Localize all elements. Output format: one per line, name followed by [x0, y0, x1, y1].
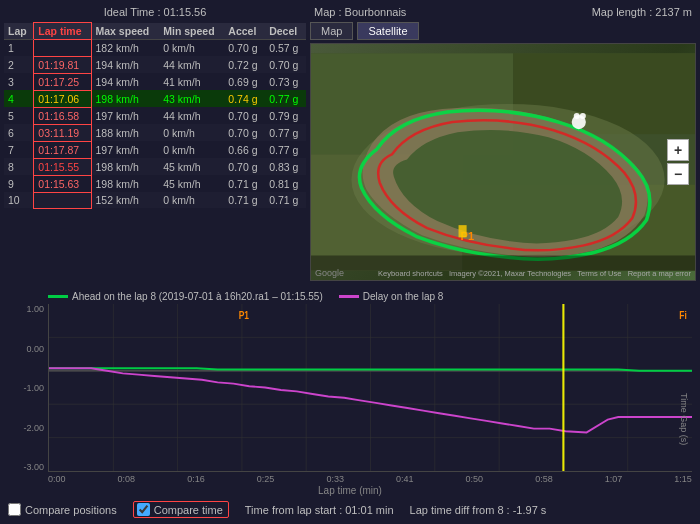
min_speed-cell: 45 km/h [159, 175, 224, 192]
min_speed-cell: 45 km/h [159, 158, 224, 175]
max_speed-cell: 194 km/h [91, 73, 159, 90]
accel-cell: 0.74 g [224, 90, 265, 107]
satellite-view: P1 Google Keyboard shortcuts Imagery ©20… [311, 44, 695, 280]
max_speed-cell: 152 km/h [91, 192, 159, 208]
lap-time-cell: 01:16.58 [34, 107, 91, 124]
decel-cell: 0.70 g [265, 56, 306, 73]
svg-text:P1: P1 [239, 310, 249, 322]
x-axis-tick: 0:00 [48, 474, 66, 484]
decel-cell: 0.77 g [265, 90, 306, 107]
lap-cell: 9 [4, 175, 34, 192]
legend-delay: Delay on the lap 8 [339, 291, 444, 302]
legend-ahead-color [48, 295, 68, 298]
accel-cell: 0.71 g [224, 192, 265, 208]
accel-cell: 0.70 g [224, 158, 265, 175]
table-row: 1182 km/h0 km/h0.70 g0.57 g [4, 40, 306, 57]
table-row: 901:15.63198 km/h45 km/h0.71 g0.81 g [4, 175, 306, 192]
x-axis-tick: 0:58 [535, 474, 553, 484]
x-axis-tick: 1:07 [605, 474, 623, 484]
lap-time-cell: 01:17.87 [34, 141, 91, 158]
chart-main: P1 Fi [48, 304, 692, 472]
accel-cell: 0.69 g [224, 73, 265, 90]
table-row: 201:19.81194 km/h44 km/h0.72 g0.70 g [4, 56, 306, 73]
accel-cell: 0.70 g [224, 107, 265, 124]
min_speed-cell: 0 km/h [159, 141, 224, 158]
y-label-2: 0.00 [26, 344, 44, 354]
zoom-in-button[interactable]: + [667, 139, 689, 161]
col-lap-time: Lap time [34, 23, 91, 40]
chart-x-axis: 0:000:080:160:250:330:410:500:581:071:15 [8, 472, 692, 484]
lap-time-cell [34, 40, 91, 57]
google-watermark: Google [315, 268, 344, 278]
map-button[interactable]: Map [310, 22, 353, 40]
col-min-speed: Min speed [159, 23, 224, 40]
map-label: Map : Bourbonnais [314, 6, 406, 18]
x-axis-tick: 0:16 [187, 474, 205, 484]
svg-rect-7 [459, 225, 467, 237]
max_speed-cell: 188 km/h [91, 124, 159, 141]
accel-cell: 0.66 g [224, 141, 265, 158]
min_speed-cell: 44 km/h [159, 56, 224, 73]
min_speed-cell: 0 km/h [159, 192, 224, 208]
table-row: 603:11.19188 km/h0 km/h0.70 g0.77 g [4, 124, 306, 141]
decel-cell: 0.81 g [265, 175, 306, 192]
compare-positions-item: Compare positions [8, 503, 117, 516]
accel-cell: 0.70 g [224, 40, 265, 57]
table-row: 701:17.87197 km/h0 km/h0.66 g0.77 g [4, 141, 306, 158]
min_speed-cell: 43 km/h [159, 90, 224, 107]
compare-positions-checkbox[interactable] [8, 503, 21, 516]
lap-cell: 2 [4, 56, 34, 73]
map-length-label: Map length : 2137 m [592, 6, 692, 18]
map-header: Map : Bourbonnais Map length : 2137 m [310, 4, 696, 20]
x-axis-tick: 0:50 [466, 474, 484, 484]
table-row: 401:17.06198 km/h43 km/h0.74 g0.77 g [4, 90, 306, 107]
svg-text:Fi: Fi [679, 310, 686, 322]
max_speed-cell: 198 km/h [91, 90, 159, 107]
time-from-lap-start: Time from lap start : 01:01 min [245, 504, 394, 516]
min_speed-cell: 44 km/h [159, 107, 224, 124]
lap-cell: 7 [4, 141, 34, 158]
lap-cell: 6 [4, 124, 34, 141]
lap-cell: 5 [4, 107, 34, 124]
svg-point-9 [574, 113, 580, 119]
table-header-row: Lap Lap time Max speed Min speed Accel D… [4, 23, 306, 40]
decel-cell: 0.57 g [265, 40, 306, 57]
x-axis-tick: 0:25 [257, 474, 275, 484]
decel-cell: 0.71 g [265, 192, 306, 208]
decel-cell: 0.83 g [265, 158, 306, 175]
x-axis-tick: 1:15 [674, 474, 692, 484]
lap-cell: 3 [4, 73, 34, 90]
compare-positions-label: Compare positions [25, 504, 117, 516]
svg-point-10 [580, 113, 586, 119]
x-axis-tick: 0:08 [118, 474, 136, 484]
table-row: 301:17.25194 km/h41 km/h0.69 g0.73 g [4, 73, 306, 90]
col-decel: Decel [265, 23, 306, 40]
legend-ahead: Ahead on the lap 8 (2019-07-01 à 16h20.r… [48, 291, 323, 302]
accel-cell: 0.72 g [224, 56, 265, 73]
map-image: P1 Google Keyboard shortcuts Imagery ©20… [310, 43, 696, 281]
y-label-5: -3.00 [23, 462, 44, 472]
zoom-out-button[interactable]: − [667, 163, 689, 185]
max_speed-cell: 197 km/h [91, 107, 159, 124]
chart-y-axis: 1.00 0.00 -1.00 -2.00 -3.00 [8, 304, 48, 472]
min_speed-cell: 41 km/h [159, 73, 224, 90]
lap-time-diff: Lap time diff from 8 : -1.97 s [410, 504, 547, 516]
table-row: 801:15.55198 km/h45 km/h0.70 g0.83 g [4, 158, 306, 175]
accel-cell: 0.71 g [224, 175, 265, 192]
max_speed-cell: 198 km/h [91, 175, 159, 192]
col-max-speed: Max speed [91, 23, 159, 40]
compare-time-checkbox[interactable] [137, 503, 150, 516]
lap-time-cell: 01:19.81 [34, 56, 91, 73]
map-container: Map : Bourbonnais Map length : 2137 m Ma… [310, 0, 700, 285]
lap-cell: 10 [4, 192, 34, 208]
satellite-button[interactable]: Satellite [357, 22, 418, 40]
chart-area: 1.00 0.00 -1.00 -2.00 -3.00 [8, 304, 692, 472]
y-label-3: -1.00 [23, 383, 44, 393]
legend-delay-color [339, 295, 359, 298]
zoom-controls: + − [667, 139, 689, 185]
y-label-1: 1.00 [26, 304, 44, 314]
google-terms: Keyboard shortcuts Imagery ©2021, Maxar … [378, 269, 691, 278]
chart-section: Ahead on the lap 8 (2019-07-01 à 16h20.r… [0, 285, 700, 524]
bottom-controls: Compare positions Compare time Time from… [8, 497, 692, 520]
y-label-4: -2.00 [23, 423, 44, 433]
